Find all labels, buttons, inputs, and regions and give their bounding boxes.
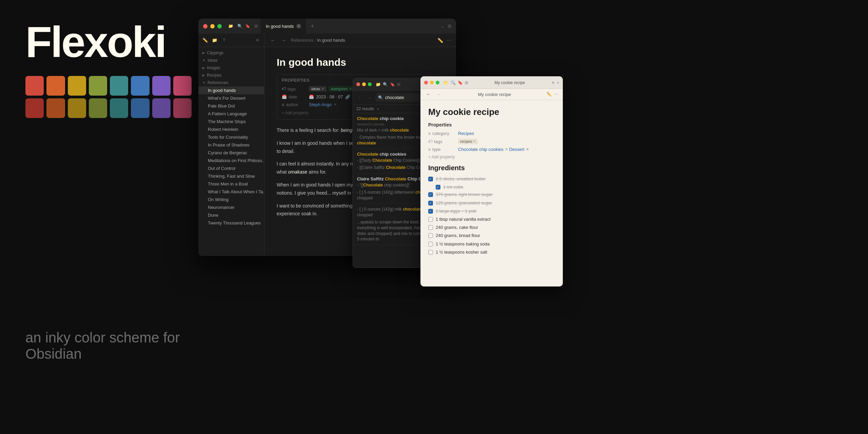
titlebar-layout-icon[interactable]: ⧉ [448, 23, 451, 29]
recipe-prop-val-category: Recipes [458, 131, 474, 136]
back-button[interactable]: ← [269, 37, 277, 44]
titlebar-chevron-icon[interactable]: ⌄ [440, 23, 445, 29]
recipe-window-plus-icon[interactable]: + [557, 80, 559, 85]
recipe-edit-icon[interactable]: ✏️ [547, 92, 552, 97]
highlight-chocolate-7: Chocolate [385, 176, 406, 181]
sidebar-edit-icon[interactable]: ✏️ [202, 37, 209, 44]
traffic-light-green[interactable] [217, 24, 222, 28]
tab-icon-bookmark: 🔖 [244, 24, 252, 28]
sidebar-item-pale-blue-dot[interactable]: Pale Blue Dot [198, 102, 264, 110]
sidebar-close-icon[interactable]: ✕ [254, 37, 261, 44]
sidebar-heading-icon[interactable]: T [221, 37, 228, 44]
ingredient-checkbox-granulated-sugar[interactable]: ✓ [428, 201, 433, 205]
type-link-1[interactable]: Chocolate chip cookies [458, 147, 504, 152]
recipe-forward-button[interactable]: → [435, 91, 442, 98]
recipe-tag-recipes[interactable]: recipes ✕ [458, 139, 478, 144]
recipe-back-button[interactable]: ← [425, 91, 432, 98]
date-value: 2023 · 08 · 07 [316, 94, 343, 99]
sidebar-item-machine-stops[interactable]: The Machine Stops [198, 118, 264, 125]
type-x-1[interactable]: ✕ [505, 147, 508, 152]
prop-key-label: type [432, 147, 441, 152]
property-key-label: tags [288, 86, 296, 92]
search-tl-green[interactable] [368, 82, 372, 86]
author-remove[interactable]: ✕ [334, 102, 337, 107]
tab-new-button[interactable]: + [307, 19, 318, 34]
sidebar-item-in-good-hands[interactable]: In good hands [198, 86, 264, 94]
sidebar-item-neuromancer[interactable]: Neuromancer [198, 203, 264, 211]
ingredient-checkbox-butter[interactable]: ✓ [428, 177, 433, 181]
tag-ideas[interactable]: ideas ✕ [309, 86, 327, 92]
search-tl-yellow[interactable] [362, 82, 366, 86]
ingredient-checkbox-vanilla[interactable] [428, 217, 433, 222]
tab-close-button[interactable]: ✕ [296, 24, 301, 28]
tag-icon: 🏷 [428, 139, 432, 144]
sidebar-item-twenty-thousand[interactable]: Twenty Thousand Leagues [198, 219, 264, 227]
recipe-tl-red[interactable] [424, 81, 428, 84]
ingredient-checkbox-cake-flour[interactable] [428, 225, 433, 230]
recipe-window-folder-icon: 📁 [443, 80, 449, 85]
category-link[interactable]: Recipes [458, 131, 474, 136]
sidebar-item-cyrano[interactable]: Cyrano de Bergerac [198, 149, 264, 157]
author-link[interactable]: Steph Ango [309, 102, 332, 107]
sidebar-item-in-praise-shadows[interactable]: In Praise of Shadows [198, 141, 264, 149]
property-value-date: 📅 2023 · 08 · 07 🔗 [309, 94, 350, 99]
sidebar-item-references[interactable]: ▼ References [198, 79, 264, 86]
search-forward-button[interactable]: → [366, 94, 373, 101]
recipe-tl-yellow[interactable] [430, 81, 434, 84]
forward-button[interactable]: → [280, 37, 288, 44]
search-window-folder-icon: 📁 [376, 82, 381, 87]
breadcrumb-references[interactable]: References [291, 38, 313, 43]
sidebar-item-whats-for-dessert[interactable]: What's For Dessert [198, 94, 264, 102]
sidebar-item-out-of-control[interactable]: Out of Control [198, 164, 264, 172]
ingredient-checkbox-eggs[interactable]: ✓ [428, 209, 433, 214]
edit-icon[interactable]: ✏️ [437, 38, 443, 43]
sidebar-folder-icon[interactable]: 📁 [211, 37, 218, 44]
search-tl-red[interactable] [356, 82, 360, 86]
recipe-content: My cookie recipe Properties ≡ category R… [421, 100, 563, 282]
sidebar-item-images[interactable]: ▶ Images [198, 64, 264, 72]
traffic-light-yellow[interactable] [210, 24, 215, 28]
ingredient-checkbox-baking-soda[interactable] [428, 242, 433, 246]
sidebar-item-dune[interactable]: Dune [198, 211, 264, 219]
sidebar-item-what-i-talk[interactable]: What I Talk About When I Ta... [198, 188, 264, 196]
type-link-2[interactable]: Dessert [509, 147, 525, 152]
sidebar-toolbar: ✏️ 📁 T ✕ [198, 34, 264, 47]
content-toolbar: ← → References / In good hands ✏️ ⋯ [264, 34, 456, 47]
ingredient-checkbox-kosher-salt[interactable] [428, 250, 433, 255]
recipe-titlebar: 📁 🔍 🔖 ⊞ My cookie recipe ✕ + [421, 77, 563, 89]
recipe-window: 📁 🔍 🔖 ⊞ My cookie recipe ✕ + ← → My cook… [420, 76, 563, 287]
ingredient-checkbox-brown-sugar[interactable]: ✓ [428, 192, 433, 197]
ingredient-label-eggs: 2 large eggs + 1 yolk [436, 208, 476, 214]
traffic-light-red[interactable] [203, 24, 208, 28]
sidebar-item-clippings[interactable]: ▶ Clippings [198, 49, 264, 57]
more-icon[interactable]: ⋯ [447, 38, 451, 43]
search-back-button[interactable]: ← [356, 94, 364, 101]
recipe-tag-x[interactable]: ✕ [473, 140, 476, 143]
sidebar-item-pattern-language[interactable]: A Pattern Language [198, 110, 264, 118]
sidebar-item-robert-heinlein[interactable]: Robert Heinlein [198, 125, 264, 133]
sidebar-item-recipes[interactable]: ▶ Recipes [198, 72, 264, 79]
ingredient-checkbox-bread-flour[interactable] [428, 233, 433, 238]
ingredient-checkbox-ice[interactable]: ✓ [436, 185, 440, 190]
sidebar-item-thinking-fast[interactable]: Thinking, Fast and Slow [198, 172, 264, 180]
sidebar-item-meditations[interactable]: Meditations on First Philoso... [198, 157, 264, 164]
tag-evergreen[interactable]: evergreen ✕ [329, 86, 354, 92]
add-property-button[interactable]: + Add property [428, 155, 555, 159]
calendar-icon: 📅 [282, 95, 287, 99]
ingredient-baking-soda: 1 ½ teaspoons baking soda [428, 241, 555, 247]
sidebar-label: Three Men in a Boat [208, 181, 248, 186]
swatch-blue [131, 76, 149, 96]
type-x-2[interactable]: ✕ [526, 147, 529, 152]
sidebar-item-tools-conviviality[interactable]: Tools for Conviviality [198, 133, 264, 141]
sidebar-item-on-writing[interactable]: On Writing [198, 196, 264, 203]
sidebar-item-three-men[interactable]: Three Men in a Boat [198, 180, 264, 188]
link-icon[interactable]: 🔗 [345, 95, 350, 99]
sidebar-item-ideas[interactable]: ▼ Ideas [198, 57, 264, 64]
sidebar-label: Cyrano de Bergerac [208, 150, 247, 155]
tab-active[interactable]: In good hands ✕ [260, 19, 307, 34]
recipe-tl-green[interactable] [436, 81, 439, 84]
recipe-prop-val-type: Chocolate chip cookies ✕ Dessert ✕ [458, 147, 529, 152]
arrow-icon: ▶ [202, 74, 205, 77]
recipe-window-close-icon[interactable]: ✕ [551, 80, 555, 85]
recipe-more-icon[interactable]: ⋯ [554, 92, 558, 97]
